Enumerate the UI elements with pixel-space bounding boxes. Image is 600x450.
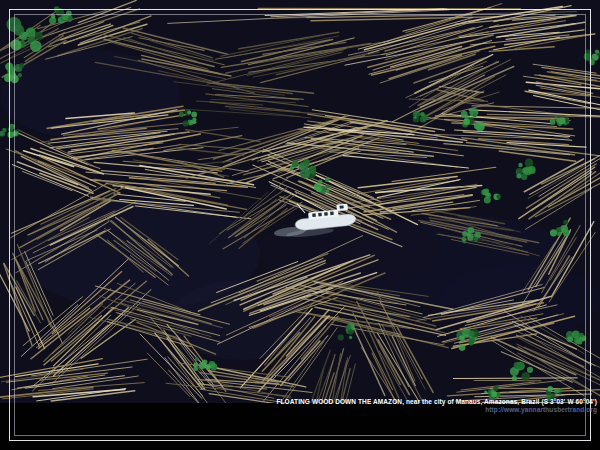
caption: FLOATING WOOD DOWN THE AMAZON, near the … (276, 398, 597, 413)
caption-url: http://www.yannarthusbertrand.org (276, 406, 597, 414)
caption-title: FLOATING WOOD DOWN THE AMAZON, near the … (276, 398, 597, 406)
aerial-log-rafts-photo (0, 0, 600, 450)
wallpaper-photo: FLOATING WOOD DOWN THE AMAZON, near the … (0, 0, 600, 450)
